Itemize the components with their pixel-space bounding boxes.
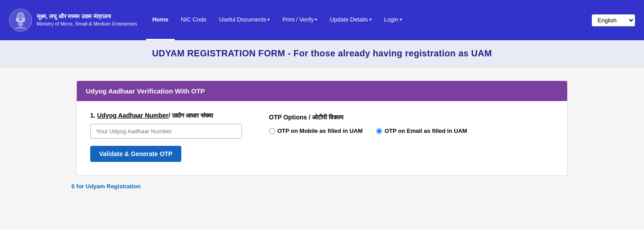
- chevron-down-icon: ▾: [268, 17, 270, 22]
- card-body: 1. Udyog Aadhaar Number/ उद्योग आधार संख…: [77, 101, 567, 175]
- aadhaar-field-label: 1. Udyog Aadhaar Number/ उद्योग आधार संख…: [90, 112, 242, 119]
- navbar: सूक्ष्म, लघु और मध्यम उद्यम मंत्रालय Min…: [0, 0, 644, 40]
- language-select[interactable]: English Hindi: [592, 14, 635, 26]
- footer-registration-link[interactable]: 6 for Udyam Registration: [36, 183, 176, 190]
- brand: सूक्ष्म, लघु और मध्यम उद्यम मंत्रालय Min…: [9, 8, 137, 32]
- brand-english: Ministry of Micro, Small & Medium Enterp…: [37, 21, 137, 27]
- otp-options-group: OTP on Mobile as filled in UAM OTP on Em…: [269, 127, 554, 134]
- emblem-icon: [9, 8, 32, 32]
- validate-generate-otp-button[interactable]: Validate & Generate OTP: [90, 146, 181, 162]
- main-content: Udyog Aadhaar Verification With OTP 1. U…: [0, 67, 644, 199]
- verification-card: Udyog Aadhaar Verification With OTP 1. U…: [76, 81, 568, 176]
- svg-point-5: [22, 18, 25, 21]
- aadhaar-number-input[interactable]: [90, 124, 242, 139]
- otp-options-label: OTP Options / ओटीपी विकल्प: [269, 114, 554, 121]
- otp-email-option[interactable]: OTP on Email as filled in UAM: [376, 127, 467, 134]
- nav-login[interactable]: Login ▾: [378, 0, 408, 40]
- chevron-down-icon: ▾: [315, 17, 317, 22]
- aadhaar-label-underline: Udyog Aadhaar Number: [97, 112, 169, 119]
- nav-update-details[interactable]: Update Details ▾: [323, 0, 377, 40]
- otp-section: OTP Options / ओटीपी विकल्प OTP on Mobile…: [269, 112, 554, 134]
- nav-menu: Home NIC Code Useful Documents ▾ Print /…: [146, 0, 583, 40]
- brand-hindi: सूक्ष्म, लघु और मध्यम उद्यम मंत्रालय: [37, 13, 137, 21]
- nav-nic-code[interactable]: NIC Code: [175, 0, 213, 40]
- svg-point-4: [16, 18, 19, 21]
- page-title: UDYAM REGISTRATION FORM - For those alre…: [18, 48, 626, 59]
- aadhaar-section: 1. Udyog Aadhaar Number/ उद्योग आधार संख…: [90, 112, 242, 162]
- svg-rect-11: [15, 27, 26, 29]
- nav-home[interactable]: Home: [146, 0, 175, 40]
- chevron-down-icon: ▾: [400, 17, 402, 22]
- otp-email-label: OTP on Email as filled in UAM: [385, 127, 467, 134]
- otp-mobile-option[interactable]: OTP on Mobile as filled in UAM: [269, 127, 363, 134]
- otp-mobile-label: OTP on Mobile as filled in UAM: [277, 127, 363, 134]
- nav-print-verify[interactable]: Print / Verify ▾: [276, 0, 323, 40]
- card-header: Udyog Aadhaar Verification With OTP: [77, 81, 567, 101]
- otp-mobile-radio[interactable]: [269, 128, 275, 134]
- brand-title: सूक्ष्म, लघु और मध्यम उद्यम मंत्रालय Min…: [37, 13, 137, 28]
- otp-email-radio[interactable]: [376, 128, 382, 134]
- chevron-down-icon: ▾: [369, 17, 372, 22]
- svg-point-2: [18, 14, 23, 19]
- nav-useful-documents[interactable]: Useful Documents ▾: [213, 0, 276, 40]
- page-banner: UDYAM REGISTRATION FORM - For those alre…: [0, 40, 644, 67]
